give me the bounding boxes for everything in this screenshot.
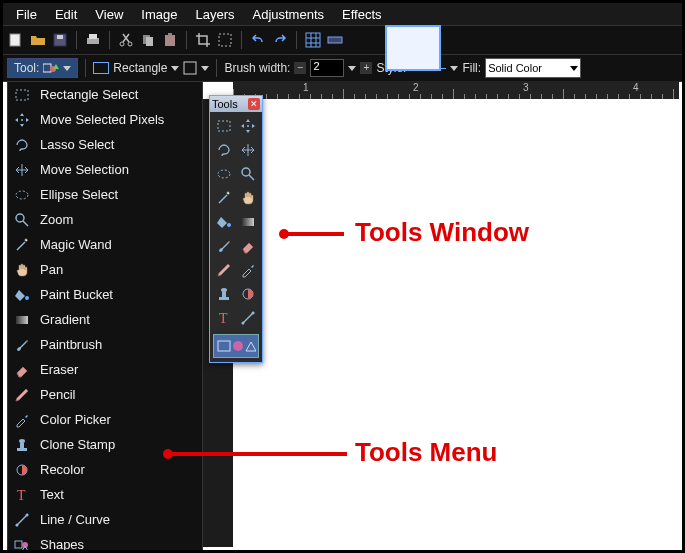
tool-menu-lasso[interactable]: Lasso Select bbox=[8, 132, 202, 157]
fill-value: Solid Color bbox=[488, 62, 542, 74]
svg-point-20 bbox=[16, 214, 24, 222]
tools-window-move-sel[interactable] bbox=[237, 139, 259, 161]
svg-text:T: T bbox=[17, 488, 26, 503]
menu-image[interactable]: Image bbox=[132, 5, 186, 24]
tool-menu-zoom[interactable]: Zoom bbox=[8, 207, 202, 232]
tool-menu-line[interactable]: Line / Curve bbox=[8, 507, 202, 532]
tools-window-brush[interactable] bbox=[213, 235, 235, 257]
tools-window-pan[interactable] bbox=[237, 187, 259, 209]
tool-menu-pan[interactable]: Pan bbox=[8, 257, 202, 282]
svg-point-33 bbox=[247, 125, 249, 127]
grid-icon[interactable] bbox=[304, 31, 322, 49]
menu-view[interactable]: View bbox=[86, 5, 132, 24]
menu-bar: File Edit View Image Layers Adjustments … bbox=[3, 3, 682, 25]
redo-icon[interactable] bbox=[271, 31, 289, 49]
tools-window-pencil[interactable] bbox=[213, 259, 235, 281]
tool-menu-rect-select[interactable]: Rectangle Select bbox=[8, 82, 202, 107]
horizontal-ruler: 1 2 3 4 bbox=[233, 81, 679, 100]
menu-adjustments[interactable]: Adjustments bbox=[243, 5, 333, 24]
svg-point-19 bbox=[16, 191, 28, 199]
svg-rect-0 bbox=[10, 34, 20, 46]
tools-window-titlebar[interactable]: Tools ✕ bbox=[210, 96, 262, 112]
shape-selector[interactable]: Rectangle bbox=[93, 61, 179, 75]
new-file-icon[interactable] bbox=[7, 31, 25, 49]
menu-edit[interactable]: Edit bbox=[46, 5, 86, 24]
crop-icon[interactable] bbox=[194, 31, 212, 49]
tool-menu-picker[interactable]: Color Picker bbox=[8, 407, 202, 432]
tools-dropdown-menu: Rectangle SelectMove Selected PixelsLass… bbox=[7, 81, 203, 553]
cut-icon[interactable] bbox=[117, 31, 135, 49]
copy-icon[interactable] bbox=[139, 31, 157, 49]
brush-width-input[interactable]: 2 bbox=[310, 59, 344, 77]
tools-window-recolor[interactable] bbox=[237, 283, 259, 305]
tools-window[interactable]: Tools ✕ T bbox=[209, 95, 263, 363]
tool-menu-move-sel[interactable]: Move Selection bbox=[8, 157, 202, 182]
chevron-down-icon bbox=[201, 66, 209, 71]
menu-layers[interactable]: Layers bbox=[186, 5, 243, 24]
tool-menu-bucket[interactable]: Paint Bucket bbox=[8, 282, 202, 307]
chevron-down-icon[interactable] bbox=[348, 66, 356, 71]
tool-selector[interactable]: Tool: bbox=[7, 58, 78, 78]
chevron-down-icon bbox=[570, 66, 578, 71]
tools-window-gradient[interactable] bbox=[237, 211, 259, 233]
tool-menu-shapes[interactable]: Shapes bbox=[8, 532, 202, 553]
svg-rect-23 bbox=[17, 448, 27, 451]
tools-window-eraser[interactable] bbox=[237, 235, 259, 257]
brush-width-plus[interactable]: + bbox=[360, 62, 372, 74]
tools-window-rect-select[interactable] bbox=[213, 115, 235, 137]
brush-width-minus[interactable]: − bbox=[294, 62, 306, 74]
ruler-mark: 4 bbox=[633, 82, 639, 93]
tool-menu-pencil[interactable]: Pencil bbox=[8, 382, 202, 407]
tool-menu-label: Eraser bbox=[40, 362, 78, 377]
close-icon[interactable]: ✕ bbox=[248, 98, 260, 110]
tool-menu-label: Rectangle Select bbox=[40, 87, 138, 102]
print-icon[interactable] bbox=[84, 31, 102, 49]
deselect-icon[interactable] bbox=[216, 31, 234, 49]
tools-window-wand[interactable] bbox=[213, 187, 235, 209]
undo-icon[interactable] bbox=[249, 31, 267, 49]
tool-menu-move-pixels[interactable]: Move Selected Pixels bbox=[8, 107, 202, 132]
tool-menu-wand[interactable]: Magic Wand bbox=[8, 232, 202, 257]
paste-icon[interactable] bbox=[161, 31, 179, 49]
tool-menu-brush[interactable]: Paintbrush bbox=[8, 332, 202, 357]
svg-point-29 bbox=[26, 513, 29, 516]
chevron-down-icon[interactable] bbox=[450, 66, 458, 71]
tool-menu-gradient[interactable]: Gradient bbox=[8, 307, 202, 332]
menu-file[interactable]: File bbox=[7, 5, 46, 24]
svg-rect-2 bbox=[57, 35, 63, 39]
tools-window-text[interactable]: T bbox=[213, 307, 235, 329]
tools-window-move-pixels[interactable] bbox=[237, 115, 259, 137]
tools-window-stamp[interactable] bbox=[213, 283, 235, 305]
open-folder-icon[interactable] bbox=[29, 31, 47, 49]
tools-window-shapes[interactable] bbox=[213, 334, 259, 358]
fill-select[interactable]: Solid Color bbox=[485, 58, 581, 78]
svg-rect-30 bbox=[15, 541, 22, 548]
tools-window-bucket[interactable] bbox=[213, 211, 235, 233]
document-thumbnail[interactable] bbox=[385, 25, 441, 71]
tools-window-ellipse-sel[interactable] bbox=[213, 163, 235, 185]
tools-window-title: Tools bbox=[212, 98, 238, 110]
tool-menu-eraser[interactable]: Eraser bbox=[8, 357, 202, 382]
zoom-icon bbox=[14, 212, 30, 228]
ruler-icon[interactable] bbox=[326, 31, 344, 49]
tools-window-zoom[interactable] bbox=[237, 163, 259, 185]
tools-window-picker[interactable] bbox=[237, 259, 259, 281]
svg-point-28 bbox=[16, 523, 19, 526]
svg-point-6 bbox=[128, 42, 132, 46]
line-icon bbox=[14, 512, 30, 528]
tool-menu-ellipse-sel[interactable]: Ellipse Select bbox=[8, 182, 202, 207]
svg-point-18 bbox=[21, 119, 23, 121]
save-icon[interactable] bbox=[51, 31, 69, 49]
menu-effects[interactable]: Effects bbox=[333, 5, 391, 24]
canvas-area[interactable] bbox=[233, 99, 679, 547]
tools-window-line[interactable] bbox=[237, 307, 259, 329]
tools-window-lasso[interactable] bbox=[213, 139, 235, 161]
draw-mode[interactable] bbox=[183, 61, 209, 75]
tool-menu-recolor[interactable]: Recolor bbox=[8, 457, 202, 482]
tool-menu-label: Paint Bucket bbox=[40, 287, 113, 302]
tool-menu-label: Pencil bbox=[40, 387, 75, 402]
separator bbox=[85, 59, 86, 77]
tool-menu-label: Zoom bbox=[40, 212, 73, 227]
tool-menu-text[interactable]: TText bbox=[8, 482, 202, 507]
separator bbox=[186, 31, 187, 49]
